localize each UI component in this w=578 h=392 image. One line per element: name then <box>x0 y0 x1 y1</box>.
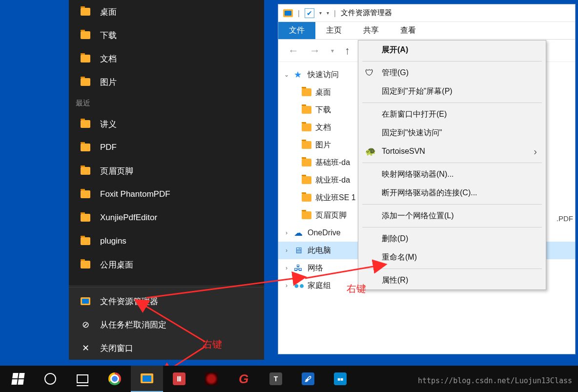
folder-icon <box>81 55 90 62</box>
jump-item-label: 关闭窗口 <box>100 343 133 354</box>
separator <box>362 103 542 103</box>
jump-item-documents[interactable]: 文档 <box>69 47 264 70</box>
ctx-label: 固定到"快速访问" <box>382 128 442 138</box>
jump-item-downloads[interactable]: 下载 <box>69 23 264 47</box>
taskbar-app[interactable] <box>195 366 227 392</box>
tree-label: 图片 <box>315 140 331 150</box>
folder-icon <box>81 120 90 128</box>
tree-label: 快速访问 <box>308 70 339 80</box>
caret-right-icon: › <box>283 265 290 271</box>
nav-back-icon[interactable]: ← <box>288 44 299 57</box>
ctx-label: TortoiseSVN <box>382 147 425 156</box>
jump-item-label: 桌面 <box>100 6 117 18</box>
ctx-properties[interactable]: 属性(R) <box>358 271 546 289</box>
folder-icon <box>81 31 90 39</box>
jump-item[interactable]: 公用桌面 <box>69 253 264 276</box>
tree-label: 网络 <box>308 263 323 273</box>
jump-item[interactable]: Foxit PhantomPDF <box>69 183 264 206</box>
file-explorer-icon <box>141 373 153 383</box>
file-explorer-icon <box>283 9 293 17</box>
app-icon: Ⅲ <box>173 372 186 385</box>
jump-item-desktop[interactable]: 桌面 <box>69 0 264 23</box>
taskbar-app[interactable]: G <box>227 366 260 392</box>
nav-up-icon[interactable]: ↑ <box>345 44 350 57</box>
jump-item[interactable]: 页眉页脚 <box>69 159 264 183</box>
ctx-disconnect-drive[interactable]: 断开网络驱动器的连接(C)... <box>358 184 546 202</box>
taskbar: Ⅲ G T 🖌 ■■ https://blog.csdn.net/Luojun1… <box>0 366 578 392</box>
ctx-tortoisesvn[interactable]: 🐢TortoiseSVN› <box>358 142 546 161</box>
folder-icon <box>302 124 311 131</box>
separator <box>362 268 542 269</box>
taskbar-file-explorer[interactable] <box>131 366 163 392</box>
folder-icon <box>81 78 90 86</box>
watermark-text: https://blog.csdn.net/Luojun13Class <box>418 376 572 385</box>
start-button[interactable] <box>2 366 34 392</box>
taskbar-app[interactable]: Ⅲ <box>163 366 195 392</box>
task-view-button[interactable] <box>66 366 99 392</box>
jump-list-recent: 讲义 PDF 页眉页脚 Foxit PhantomPDF XunjiePdfEd… <box>69 112 264 276</box>
tab-home[interactable]: 主页 <box>315 22 352 39</box>
unpin-icon: ⊘ <box>81 319 90 330</box>
ctx-pin-start[interactable]: 固定到"开始"屏幕(P) <box>358 82 546 101</box>
ribbon-tabs: 文件 主页 共享 查看 <box>278 22 575 40</box>
title-divider: | <box>334 9 336 17</box>
star-icon: ★ <box>294 69 304 80</box>
qat-button[interactable]: ✔ <box>305 8 314 18</box>
tab-file[interactable]: 文件 <box>278 22 315 39</box>
caret-right-icon: › <box>283 247 290 254</box>
jump-item-label: 图片 <box>100 77 117 88</box>
taskbar-app[interactable]: 🖌 <box>292 366 324 392</box>
app-icon: 🖌 <box>302 372 314 385</box>
separator <box>362 227 542 227</box>
qat-dropdown-icon[interactable]: ▾ <box>319 10 322 16</box>
ctx-expand[interactable]: 展开(A) <box>358 41 546 59</box>
title-bar[interactable]: | ✔ ▾ ▾ | 文件资源管理器 <box>278 4 575 22</box>
nav-history-dropdown-icon[interactable]: ▾ <box>331 47 334 54</box>
folder-icon <box>302 159 311 166</box>
ribbon-toggle-icon[interactable]: ▾ <box>327 10 329 16</box>
jump-item-pictures[interactable]: 图片 <box>69 70 264 94</box>
nav-forward-icon[interactable]: → <box>310 44 320 57</box>
taskview-icon <box>77 374 88 383</box>
ctx-open-new[interactable]: 在新窗口中打开(E) <box>358 105 546 124</box>
ctx-rename[interactable]: 重命名(M) <box>358 248 546 267</box>
tree-label: 此电脑 <box>308 246 331 256</box>
separator <box>362 163 542 163</box>
jump-item[interactable]: XunjiePdfEditor <box>69 206 264 229</box>
jump-item[interactable]: PDF <box>69 136 264 159</box>
window-title: 文件资源管理器 <box>341 8 392 18</box>
ctx-add-network[interactable]: 添加一个网络位置(L) <box>358 206 546 225</box>
tab-share[interactable]: 共享 <box>352 22 390 39</box>
file-explorer-item[interactable]: 文件资源管理器 <box>69 289 264 313</box>
tree-label: 文档 <box>315 123 331 133</box>
folder-icon <box>81 8 90 16</box>
taskbar-app[interactable]: T <box>260 366 292 392</box>
ctx-map-drive[interactable]: 映射网络驱动器(N)... <box>358 165 546 184</box>
taskbar-chrome[interactable] <box>99 366 131 392</box>
ctx-label: 展开(A) <box>382 45 408 55</box>
cortana-button[interactable] <box>34 366 66 392</box>
ctx-label: 删除(D) <box>382 234 408 244</box>
network-icon: 🖧 <box>294 263 304 273</box>
shield-icon: 🛡 <box>365 68 374 78</box>
jump-item[interactable]: 讲义 <box>69 112 264 136</box>
jump-item[interactable]: plugins <box>69 229 264 253</box>
ctx-label: 重命名(M) <box>382 252 417 263</box>
chrome-icon <box>108 372 121 385</box>
tab-view[interactable]: 查看 <box>390 22 427 39</box>
folder-icon <box>302 88 311 96</box>
folder-icon <box>81 214 90 222</box>
jump-list: 桌面 下载 文档 图片 最近 讲义 PDF 页眉页脚 Foxit Phantom… <box>69 0 264 360</box>
caret-right-icon: › <box>283 282 290 289</box>
close-window-item[interactable]: ✕关闭窗口 <box>69 336 264 360</box>
tree-label: 就业班SE 1 <box>315 193 356 203</box>
ctx-manage[interactable]: 🛡管理(G) <box>358 63 546 82</box>
ctx-delete[interactable]: 删除(D) <box>358 229 546 248</box>
jump-item-label: 公用桌面 <box>100 259 133 270</box>
ctx-pin-quick[interactable]: 固定到"快速访问" <box>358 124 546 142</box>
taskbar-app[interactable]: ■■ <box>324 366 356 392</box>
tree-label: 桌面 <box>315 87 331 98</box>
unpin-item[interactable]: ⊘从任务栏取消固定 <box>69 313 264 336</box>
jump-item-label: 下载 <box>100 30 117 41</box>
tree-label: 下载 <box>315 105 331 115</box>
